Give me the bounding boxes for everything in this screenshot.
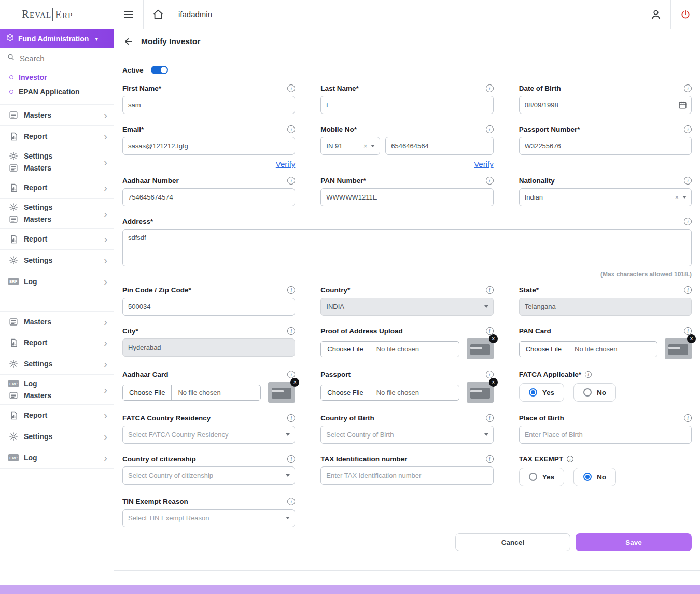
info-icon[interactable]: i (684, 125, 692, 133)
fatca-yes-radio[interactable]: Yes (519, 383, 564, 402)
sidebar-menu-group[interactable]: ERPLog› (0, 447, 114, 469)
info-icon[interactable]: i (486, 84, 494, 92)
sidebar-item-report[interactable]: Report (8, 337, 104, 348)
sidebar-item-epan-application[interactable]: EPAN Application (0, 84, 114, 99)
country-of-birth-select[interactable]: Select Country of Birth (320, 426, 493, 444)
tax-exempt-no-radio[interactable]: No (573, 468, 616, 486)
email-input[interactable] (122, 137, 295, 155)
active-toggle[interactable] (151, 66, 168, 74)
info-icon[interactable]: i (684, 414, 692, 422)
sidebar-menu-group[interactable]: Report› (0, 405, 114, 426)
info-icon[interactable]: i (287, 84, 295, 92)
save-button[interactable]: Save (576, 533, 692, 551)
info-icon[interactable]: i (287, 327, 295, 335)
sidebar-menu-group[interactable]: Masters› (0, 311, 114, 332)
passport-thumbnail[interactable]: × (467, 382, 494, 403)
fatca-no-radio[interactable]: No (573, 383, 616, 402)
info-icon[interactable]: i (486, 177, 494, 185)
citizenship-select[interactable]: Select Country of citizenship (122, 466, 295, 485)
tax-exempt-yes-radio[interactable]: Yes (519, 468, 564, 486)
sidebar-item-report[interactable]: Report (8, 131, 104, 142)
sidebar-menu-group[interactable]: SettingsMasters› (0, 199, 114, 229)
info-icon[interactable]: i (287, 125, 295, 133)
clear-icon[interactable]: × (363, 143, 368, 149)
country-code-select[interactable]: IN 91 × (320, 137, 380, 155)
info-icon[interactable]: i (287, 286, 295, 294)
home-button[interactable] (144, 0, 173, 29)
proof-of-address-thumbnail[interactable]: × (467, 338, 494, 359)
sidebar-menu-group[interactable]: Report› (0, 126, 114, 147)
sidebar-item-masters[interactable]: Masters (8, 214, 104, 224)
mobile-input[interactable] (385, 137, 493, 155)
dob-input[interactable] (519, 96, 692, 114)
sidebar-menu-group[interactable]: Settings› (0, 426, 114, 447)
nationality-select[interactable]: Indian × (519, 188, 692, 206)
sidebar-item-settings[interactable]: Settings (8, 202, 104, 213)
first-name-input[interactable] (122, 96, 295, 114)
sidebar-item-log[interactable]: ERPLog (8, 452, 104, 463)
remove-file-icon[interactable]: × (489, 334, 498, 343)
choose-file-button[interactable]: Choose File (321, 342, 370, 357)
info-icon[interactable]: i (684, 218, 692, 225)
place-of-birth-input[interactable] (519, 426, 692, 444)
sidebar-item-settings[interactable]: Settings (8, 255, 104, 265)
search-input[interactable] (20, 54, 92, 63)
hamburger-menu-button[interactable] (114, 0, 144, 29)
remove-file-icon[interactable]: × (687, 334, 696, 343)
info-icon[interactable]: i (486, 286, 494, 294)
info-icon[interactable]: i (684, 84, 692, 92)
sidebar-menu-group[interactable]: Settings› (0, 250, 114, 271)
passport-number-input[interactable] (519, 137, 692, 155)
remove-file-icon[interactable]: × (489, 378, 498, 387)
choose-file-button[interactable]: Choose File (321, 385, 370, 400)
back-arrow-icon[interactable] (123, 36, 134, 47)
sidebar-item-masters[interactable]: Masters (8, 317, 104, 327)
verify-email-link[interactable]: Verify (276, 160, 296, 168)
choose-file-button[interactable]: Choose File (123, 385, 172, 400)
aadhaar-number-input[interactable] (122, 188, 295, 206)
sidebar-item-masters[interactable]: Masters (8, 163, 104, 173)
info-icon[interactable]: i (684, 286, 692, 294)
sidebar-item-settings[interactable]: Settings (8, 359, 104, 369)
choose-file-button[interactable]: Choose File (520, 342, 568, 357)
sidebar-menu-group[interactable]: Settings› (0, 353, 114, 375)
pan-number-input[interactable] (320, 188, 493, 206)
sidebar-item-report[interactable]: Report (8, 182, 104, 193)
sidebar-item-investor[interactable]: Investor (0, 70, 114, 84)
last-name-input[interactable] (320, 96, 493, 114)
clear-icon[interactable]: × (675, 194, 679, 201)
sidebar-item-settings[interactable]: Settings (8, 431, 104, 442)
module-selector[interactable]: Fund Administration ▾ (0, 29, 114, 48)
info-icon[interactable]: i (486, 371, 494, 378)
info-icon[interactable]: i (684, 177, 692, 185)
sidebar-item-report[interactable]: Report (8, 410, 104, 420)
user-profile-button[interactable] (641, 0, 670, 29)
proof-of-address-file-input[interactable]: Choose File No file chosen (320, 341, 459, 357)
sidebar-menu-group[interactable]: Masters› (0, 105, 114, 126)
info-icon[interactable]: i (486, 414, 494, 422)
pan-card-file-input[interactable]: Choose File No file chosen (519, 341, 657, 357)
sidebar-item-masters[interactable]: Masters (8, 110, 104, 120)
tin-exempt-reason-select[interactable]: Select TIN Exempt Reason (122, 509, 295, 527)
sidebar-menu-group[interactable]: Report› (0, 332, 114, 353)
info-icon[interactable]: i (567, 456, 573, 462)
sidebar-item-log[interactable]: ERPLog (8, 378, 104, 389)
sidebar-menu-group[interactable]: Report› (0, 177, 114, 199)
tax-id-input[interactable] (320, 466, 493, 485)
sidebar-item-masters[interactable]: Masters (8, 390, 104, 401)
sidebar-menu-group[interactable]: ERPLog› (0, 271, 114, 292)
info-icon[interactable]: i (486, 125, 494, 133)
logout-button[interactable] (670, 0, 700, 29)
info-icon[interactable]: i (486, 327, 494, 335)
info-icon[interactable]: i (486, 455, 494, 463)
info-icon[interactable]: i (287, 414, 295, 422)
sidebar-menu-group[interactable]: SettingsMasters› (0, 147, 114, 177)
info-icon[interactable]: i (684, 327, 692, 335)
address-textarea[interactable] (122, 229, 692, 266)
verify-mobile-link[interactable]: Verify (474, 160, 494, 168)
info-icon[interactable]: i (585, 371, 592, 378)
info-icon[interactable]: i (287, 371, 295, 378)
pan-card-thumbnail[interactable]: × (665, 338, 692, 359)
sidebar-menu-group[interactable]: Report› (0, 229, 114, 250)
sidebar-item-report[interactable]: Report (8, 234, 104, 244)
